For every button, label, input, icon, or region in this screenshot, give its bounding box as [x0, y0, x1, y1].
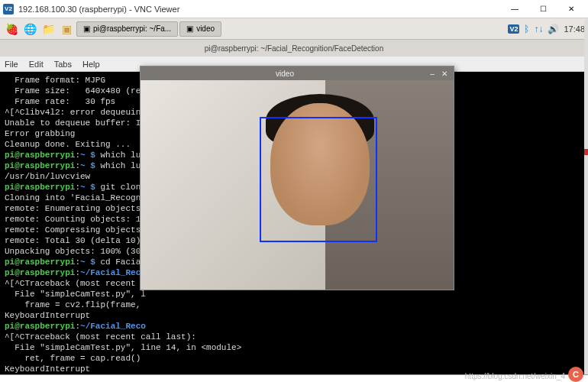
video-feed	[141, 80, 454, 290]
video-title: video	[144, 70, 426, 78]
file-manager-icon[interactable]: 📁	[40, 21, 57, 37]
csdn-badge-icon: C	[568, 367, 583, 382]
bluetooth-icon[interactable]: ᛒ	[524, 24, 529, 34]
menu-file[interactable]: File	[5, 60, 18, 69]
video-minimize-button[interactable]: –	[426, 70, 438, 78]
terminal-prompt: pi@raspberrypi:~/Facial_Reco	[5, 321, 583, 332]
raspberry-desktop: 🍓 🌐 📁 ▣ ▣pi@raspberrypi: ~/Fa... ▣video …	[0, 18, 588, 382]
clock[interactable]: 17:48	[564, 24, 585, 34]
terminal-line: ^[^CTraceback (most recent call last):	[5, 332, 583, 342]
maximize-button[interactable]: ☐	[529, 1, 557, 18]
volume-icon[interactable]: 🔊	[548, 24, 559, 34]
vnc-icon: V2	[3, 4, 14, 15]
scroll-marker	[584, 149, 588, 155]
menu-tabs[interactable]: Tabs	[54, 60, 72, 69]
face-detection-box	[260, 117, 377, 242]
raspberry-menu-icon[interactable]: 🍓	[3, 21, 20, 37]
close-button[interactable]: ✕	[557, 1, 585, 18]
video-window[interactable]: video – ✕	[140, 66, 454, 290]
menu-help[interactable]: Help	[82, 60, 100, 69]
vnc-titlebar[interactable]: V2 192.168.100.30 (raspberrypi) - VNC Vi…	[0, 0, 588, 18]
terminal-line: KeyboardInterrupt	[5, 310, 583, 321]
network-icon[interactable]: ↑↓	[534, 24, 543, 34]
terminal-launcher-icon[interactable]: ▣	[58, 21, 75, 37]
terminal-line: ret, frame = cap.read()	[5, 353, 583, 364]
browser-icon[interactable]: 🌐	[21, 21, 38, 37]
terminal-line: File "simpleCamTest.py", l	[5, 289, 583, 299]
vnc-server-icon[interactable]: V2	[508, 24, 519, 34]
watermark-text: https://blog.csdn.net/weixin_4	[465, 372, 565, 380]
scrollbar[interactable]	[584, 19, 588, 374]
terminal-window-titlebar[interactable]: pi@raspberrypi: ~/Facial_Recognition/Fac…	[0, 40, 588, 57]
terminal-line: File "simpleCamTest.py", line 14, in <mo…	[5, 342, 583, 353]
vnc-title: 192.168.100.30 (raspberrypi) - VNC Viewe…	[18, 5, 501, 14]
vnc-viewer-window: V2 192.168.100.30 (raspberrypi) - VNC Vi…	[0, 0, 588, 382]
taskbar-panel: 🍓 🌐 📁 ▣ ▣pi@raspberrypi: ~/Fa... ▣video …	[0, 18, 588, 40]
video-close-button[interactable]: ✕	[438, 70, 451, 78]
menu-edit[interactable]: Edit	[29, 60, 44, 69]
taskbar-task-terminal[interactable]: ▣pi@raspberrypi: ~/Fa...	[76, 21, 178, 37]
terminal-line: frame = cv2.flip(frame,	[5, 299, 583, 310]
video-titlebar[interactable]: video – ✕	[141, 66, 454, 80]
minimize-button[interactable]: —	[501, 1, 528, 18]
taskbar-task-video[interactable]: ▣video	[179, 21, 221, 37]
